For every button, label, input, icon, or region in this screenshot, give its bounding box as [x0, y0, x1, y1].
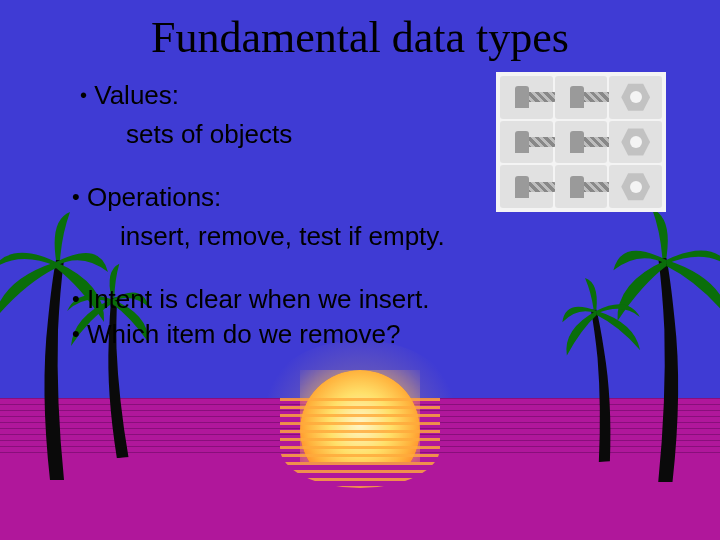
bullet-values-label: Values: [94, 80, 179, 110]
bullet-dot-icon: • [72, 321, 80, 346]
bullet-operations-label: Operations: [87, 182, 221, 212]
slide-body: • Values: sets of objects • Operations: … [80, 78, 660, 353]
sun-reflection [280, 398, 440, 488]
bullet-dot-icon: • [72, 184, 80, 209]
slide-title: Fundamental data types [0, 12, 720, 63]
bullet-operations-sub: insert, remove, test if empty. [120, 219, 660, 254]
bullet-which-text: Which item do we remove? [87, 319, 401, 349]
bullet-dot-icon: • [72, 286, 80, 311]
bullet-which: • Which item do we remove? [72, 317, 660, 352]
bullet-dot-icon: • [80, 84, 87, 106]
bullet-operations: • Operations: [72, 180, 660, 215]
bullet-values-sub: sets of objects [126, 117, 660, 152]
bullet-intent: • Intent is clear when we insert. [72, 282, 660, 317]
bullet-values: • Values: [80, 78, 660, 113]
bullet-intent-text: Intent is clear when we insert. [87, 284, 430, 314]
